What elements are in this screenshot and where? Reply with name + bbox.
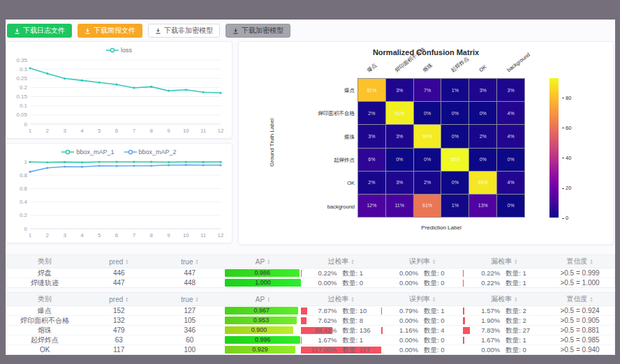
cm-cell-0-4: 3% <box>469 79 496 101</box>
sort-caret-icon[interactable]: ▲▼ <box>351 259 355 264</box>
cm-cell-1-3: 0% <box>441 102 468 124</box>
col-header-true[interactable]: true▲▼ <box>154 255 225 268</box>
col-header-误判率[interactable]: 误判率▲▼ <box>381 255 463 268</box>
col-header-true[interactable]: true▲▼ <box>154 293 225 306</box>
sort-caret-icon[interactable]: ▲▼ <box>195 259 198 264</box>
cm-cell-5-5: 0% <box>497 195 524 217</box>
svg-text:12: 12 <box>218 128 224 134</box>
sort-caret-icon[interactable]: ▲▼ <box>267 259 270 264</box>
sort-caret-icon[interactable]: ▲▼ <box>351 296 355 302</box>
missed-count: 数量: 2 <box>505 316 545 325</box>
legend-item-bbox_mAP_1[interactable]: bbox_mAP_1 <box>61 149 114 156</box>
cm-cell-1-0: 2% <box>358 102 385 124</box>
over-detect-percent: 7.62% <box>301 316 337 325</box>
missed-percent: 1.90% <box>464 316 500 325</box>
class-name-cell: 焊缝轨迹 <box>6 278 84 288</box>
col-header-AP[interactable]: AP▲▼ <box>225 255 300 268</box>
svg-text:8: 8 <box>150 232 154 238</box>
cm-cell-5-4: 13% <box>469 195 496 217</box>
legend-item-bbox_mAP_2[interactable]: bbox_mAP_2 <box>124 149 177 156</box>
svg-text:0.8: 0.8 <box>20 172 28 179</box>
svg-text:10: 10 <box>183 128 189 134</box>
sort-caret-icon[interactable]: ▲▼ <box>514 259 517 264</box>
download-button-4[interactable]: 下载加密模型 <box>226 24 290 38</box>
col-header-pred[interactable]: pred▲▼ <box>83 255 154 268</box>
svg-text:0.1: 0.1 <box>20 103 28 109</box>
sort-caret-icon[interactable]: ▲▼ <box>125 259 128 264</box>
misjudge-percent: 0.79% <box>382 306 418 315</box>
col-header-label: 漏检率 <box>491 257 512 266</box>
col-header-pred[interactable]: pred▲▼ <box>83 293 154 306</box>
misjudge-count: 数量: 4 <box>424 326 463 335</box>
download-button-2[interactable]: 下载简报文件 <box>78 24 142 38</box>
svg-text:5: 5 <box>98 232 101 238</box>
sort-caret-icon[interactable]: ▲▼ <box>514 296 517 302</box>
svg-text:8: 8 <box>150 128 154 134</box>
sort-caret-icon[interactable]: ▲▼ <box>267 296 270 302</box>
sort-caret-icon[interactable]: ▲▼ <box>590 296 593 302</box>
svg-text:1: 1 <box>29 232 32 238</box>
misjudge-percent: 0.00% <box>382 278 418 287</box>
download-button-3[interactable]: 下载非加密模型 <box>148 24 220 38</box>
sort-caret-icon[interactable]: ▲▼ <box>432 296 436 302</box>
ap-bar: 0.929 <box>225 346 295 354</box>
misjudge-percent: 1.16% <box>382 326 418 335</box>
cm-cell-0-5: 3% <box>497 79 524 101</box>
missed-cell: 1.57%数量: 2 <box>463 306 545 316</box>
download-icon <box>14 28 20 34</box>
over-detect-cell: 1.67%数量: 1 <box>301 335 382 345</box>
missed-percent: 0.00% <box>464 345 500 354</box>
col-header-误判率[interactable]: 误判率▲▼ <box>381 293 463 306</box>
svg-text:6: 6 <box>115 128 119 134</box>
download-button-1[interactable]: 下载日志文件 <box>7 24 72 38</box>
col-header-label: 过检率 <box>328 294 349 304</box>
results-table-1: 类别pred▲▼true▲▼AP▲▼过检率▲▼误判率▲▼漏检率▲▼置信度▲▼焊盘… <box>6 255 615 288</box>
col-header-过检率[interactable]: 过检率▲▼ <box>301 255 382 268</box>
ap-bar: 0.967 <box>225 307 298 314</box>
cm-row-label: 爆点 <box>303 87 355 94</box>
pred-count-cell: 117 <box>83 345 154 355</box>
sort-caret-icon[interactable]: ▲▼ <box>125 296 128 302</box>
missed-cell: 7.83%数量: 27 <box>463 326 545 335</box>
misjudge-cell: 0.00%数量: 0 <box>381 316 463 326</box>
ap-bar: 0.986 <box>225 269 300 277</box>
true-count-cell: 448 <box>154 278 225 288</box>
missed-count: 数量: 1 <box>505 268 545 278</box>
missed-cell: 1.67%数量: 1 <box>463 335 545 345</box>
charts-column: loss 00.050.10.150.20.250.30.35123456789… <box>6 41 232 245</box>
col-header-漏检率[interactable]: 漏检率▲▼ <box>463 293 545 306</box>
ap-cell: 1.000 <box>225 278 300 288</box>
true-count-cell: 127 <box>154 306 225 316</box>
svg-text:9: 9 <box>167 232 170 238</box>
over-detect-percent: 0.22% <box>301 268 337 278</box>
svg-text:4: 4 <box>80 128 84 134</box>
class-name-cell: 熔珠 <box>6 326 84 335</box>
cm-cell-3-0: 6% <box>358 149 385 171</box>
table-row: 熔珠4793460.90039.42%数量: 1361.16%数量: 47.83… <box>6 326 615 335</box>
misjudge-cell: 1.16%数量: 4 <box>381 326 463 335</box>
col-header-置信度[interactable]: 置信度▲▼ <box>545 255 614 268</box>
cm-row-label: OK <box>303 180 355 186</box>
sort-caret-icon[interactable]: ▲▼ <box>195 296 198 302</box>
class-name-cell: 焊盘 <box>6 268 84 278</box>
pred-count-cell: 63 <box>83 335 154 345</box>
cm-cell-5-1: 11% <box>386 195 413 217</box>
missed-count: 数量: 1 <box>505 278 545 287</box>
sort-caret-icon[interactable]: ▲▼ <box>590 259 593 264</box>
col-header-置信度[interactable]: 置信度▲▼ <box>545 293 614 306</box>
missed-percent: 7.83% <box>464 326 500 335</box>
col-header-类别: 类别 <box>6 293 84 306</box>
ap-cell: 0.986 <box>225 268 300 278</box>
over-detect-cell: 0.00%数量: 0 <box>301 278 382 288</box>
col-header-漏检率[interactable]: 漏检率▲▼ <box>463 255 545 268</box>
legend-marker-icon <box>61 149 74 155</box>
ap-cell: 0.953 <box>225 316 300 326</box>
col-header-过检率[interactable]: 过检率▲▼ <box>301 293 382 306</box>
svg-text:10: 10 <box>183 232 189 238</box>
sort-caret-icon[interactable]: ▲▼ <box>432 259 436 264</box>
loss-chart-card: loss 00.050.10.150.20.250.30.35123456789… <box>6 41 232 139</box>
legend-item-loss[interactable]: loss <box>106 47 132 54</box>
svg-text:12: 12 <box>218 232 224 238</box>
col-header-AP[interactable]: AP▲▼ <box>225 293 300 306</box>
misjudge-percent: 0.00% <box>382 335 418 344</box>
